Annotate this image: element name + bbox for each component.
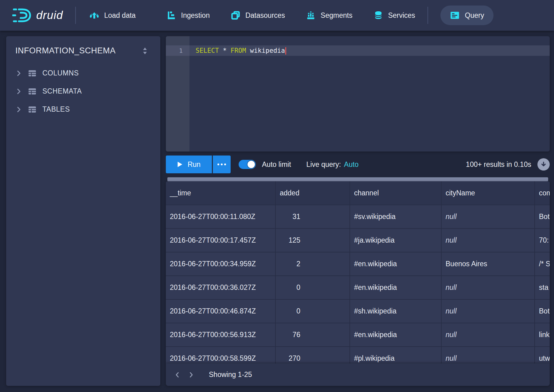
nav-item-label: Ingestion [181,11,210,20]
line-number: 1 [166,45,189,56]
code-token: wikipedia [246,47,285,54]
table-row: 2016-06-27T00:00:11.080Z31#sv.wikipedian… [166,205,550,229]
table-cell[interactable]: null [442,276,535,300]
table-cell[interactable]: 0 [276,276,350,300]
sql-editor[interactable]: 1 SELECT * FROM wikipedia [166,36,550,152]
table-cell[interactable]: 2016-06-27T00:00:56.913Z [166,323,276,347]
table-cell[interactable]: 76 [276,323,350,347]
results-body: 2016-06-27T00:00:11.080Z31#sv.wikipedian… [166,205,550,371]
column-header[interactable]: channel [350,181,442,205]
chevron-right-icon[interactable] [15,106,22,113]
table-cell[interactable]: link [535,323,550,347]
table-cell[interactable]: 125 [276,229,350,252]
table-cell[interactable]: Bot [535,205,550,229]
code-token: SELECT [196,47,219,54]
table-cell[interactable]: null [442,323,535,347]
text-cursor [285,47,286,55]
bar-chart-icon [306,10,316,20]
logo-wordmark: druid [36,9,63,22]
table-cell[interactable]: 2016-06-27T00:00:34.959Z [166,252,276,276]
showing-label: Showing 1-25 [209,371,252,379]
druid-logo[interactable]: druid [12,7,63,24]
code-area[interactable]: SELECT * FROM wikipedia [189,36,550,152]
double-caret-vertical-icon [141,46,149,56]
next-page-button[interactable] [184,368,198,382]
table-cell[interactable]: sta [535,276,550,300]
run-toolbar: Run Auto limit Live query: Auto 100+ res… [166,152,550,177]
chevron-right-icon[interactable] [15,87,22,95]
run-more-button[interactable] [213,156,231,173]
upload-icon [89,10,99,20]
live-query-value: Auto [344,160,358,169]
table-row: 2016-06-27T00:00:17.457Z125#ja.wikipedia… [166,229,550,252]
nav-item-label: Services [388,11,415,20]
table-cell[interactable]: #ja.wikipedia [350,229,442,252]
horizontal-scrollbar[interactable] [166,177,550,181]
run-button-label: Run [188,160,201,169]
table-cell[interactable]: null [442,229,535,252]
live-query-control[interactable]: Live query: Auto [306,160,359,169]
chevron-right-icon [188,371,194,379]
table-cell[interactable]: 0 [276,300,350,323]
schema-title: INFORMATION_SCHEMA [15,46,116,56]
table-cell[interactable]: 2016-06-27T00:00:17.457Z [166,229,276,252]
ingestion-steps-icon [166,10,176,20]
column-header[interactable]: added [276,181,350,205]
auto-limit-label: Auto limit [262,160,291,169]
schema-tree: COLUMNS SCHEMATA TABLES [6,64,160,118]
table-cell[interactable]: 2016-06-27T00:00:36.027Z [166,276,276,300]
results-table: __time added channel cityName comment 20… [166,181,550,386]
column-header[interactable]: __time [166,181,276,205]
table-cell[interactable]: null [442,300,535,323]
editor-gutter: 1 [166,36,189,152]
table-cell[interactable]: #en.wikipedia [350,323,442,347]
nav-item-load-data[interactable]: Load data [89,10,135,20]
run-button[interactable]: Run [166,156,212,173]
table-cell[interactable]: #en.wikipedia [350,252,442,276]
tree-item-tables[interactable]: TABLES [6,100,160,118]
table-icon [28,87,37,96]
nav-item-segments[interactable]: Segments [306,10,353,20]
download-button[interactable] [537,158,550,171]
schema-sidebar: INFORMATION_SCHEMA COLUMNS SCHEMA [6,36,160,386]
table-cell[interactable]: 70: [535,229,550,252]
table-cell[interactable]: #sh.wikipedia [350,300,442,323]
table-cell[interactable]: null [442,205,535,229]
results-header: __time added channel cityName comment [166,181,550,205]
table-cell[interactable]: #en.wikipedia [350,276,442,300]
table-cell[interactable]: 2016-06-27T00:00:46.874Z [166,300,276,323]
results-summary: 100+ results in 0.10s [466,160,531,169]
table-cell[interactable]: #sv.wikipedia [350,205,442,229]
tree-item-label: SCHEMATA [42,87,82,95]
table-cell[interactable]: /* S [535,252,550,276]
table-cell[interactable]: 2016-06-27T00:00:11.080Z [166,205,276,229]
tree-item-columns[interactable]: COLUMNS [6,64,160,82]
druid-logo-icon [12,7,31,24]
table-cell[interactable]: 31 [276,205,350,229]
prev-page-button[interactable] [171,368,184,382]
schema-selector[interactable]: INFORMATION_SCHEMA [6,36,160,58]
column-header[interactable]: comment [535,181,550,205]
table-cell[interactable]: 2 [276,252,350,276]
auto-limit-toggle[interactable] [239,160,256,169]
table-cell[interactable]: Buenos Aires [442,252,535,276]
table-row: 2016-06-27T00:00:56.913Z76#en.wikipedian… [166,323,550,347]
console-window-icon [450,10,460,20]
top-navbar: druid Load data Ingestion [0,0,554,31]
table-icon [28,105,37,114]
toggle-knob [248,161,255,168]
chevron-right-icon[interactable] [15,69,22,77]
nav-item-ingestion[interactable]: Ingestion [166,10,210,20]
column-header[interactable]: cityName [442,181,535,205]
nav-divider [75,7,76,24]
nav-item-services[interactable]: Services [373,10,415,20]
nav-item-datasources[interactable]: Datasources [231,10,285,20]
stacked-squares-icon [231,10,240,20]
tree-item-schemata[interactable]: SCHEMATA [6,82,160,100]
nav-item-query[interactable]: Query [440,6,494,25]
table-row: 2016-06-27T00:00:34.959Z2#en.wikipediaBu… [166,252,550,276]
play-icon [177,161,183,167]
scrollbar-thumb[interactable] [167,177,548,181]
nav-item-label: Datasources [245,11,285,20]
table-cell[interactable]: Bot [535,300,550,323]
